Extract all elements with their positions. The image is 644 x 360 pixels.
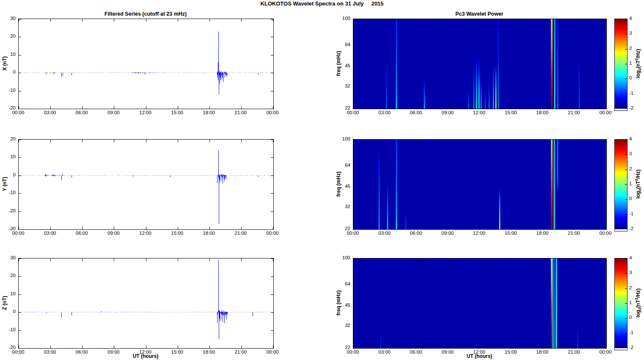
colorbar-tick-label: 1 [629, 181, 642, 187]
x-tick-label: 06:00 [69, 231, 94, 236]
x-tick-label: 03:00 [37, 110, 63, 115]
freq-tick-label: 32 [325, 204, 350, 209]
colorbar-tick-label: -2 [629, 105, 642, 111]
x-tick-label: 09:00 [435, 231, 460, 236]
x-tick-label: 00:00 [260, 231, 285, 236]
y-tick-label: 10 [0, 154, 16, 159]
x-tick-label: 12:00 [133, 349, 158, 355]
x-tick-label: 15:00 [498, 110, 523, 115]
colorbar-tick-label: 4 [629, 255, 642, 261]
spectrogram-panel-z [353, 258, 607, 349]
y-tick-label: -30 [0, 226, 16, 231]
colorbar-tick-label: 1 [629, 60, 642, 66]
colorbar-tick-label: -2 [629, 345, 642, 350]
colorbar-tick-label: 0 [629, 315, 642, 320]
x-tick-label: 03:00 [372, 349, 397, 355]
ylabel-z-nt: Z (nT) [2, 296, 8, 310]
colorbar-tick-label: -1 [629, 211, 642, 217]
x-tick-label: 15:00 [165, 349, 190, 355]
x-tick-label: 09:00 [101, 349, 126, 355]
y-tick-label: -10 [0, 327, 16, 333]
x-tick-label: 00:00 [260, 349, 285, 355]
timeseries-canvas-z [19, 258, 273, 348]
colorbar-canvas-middle [615, 140, 627, 229]
spectrogram-canvas-y [353, 140, 606, 229]
x-tick-label: 00:00 [593, 110, 618, 115]
spectrogram-panel-x [353, 19, 607, 109]
x-tick-label: 00:00 [260, 110, 285, 115]
freq-tick-label: 100 [325, 255, 350, 261]
x-tick-label: 09:00 [101, 110, 126, 115]
x-tick-label: 06:00 [69, 110, 94, 115]
colorbar-tick-label: -1 [629, 91, 642, 96]
colorbar-canvas-top [615, 19, 627, 109]
colorbar-canvas-bottom [615, 258, 627, 348]
y-tick-label: 30 [0, 255, 16, 261]
y-tick-label: 0 [0, 69, 16, 75]
y-tick-label: 0 [0, 172, 16, 178]
x-tick-label: 12:00 [467, 110, 492, 115]
x-tick-label: 18:00 [530, 349, 555, 355]
colorbar-tick-label: 4 [629, 16, 642, 21]
y-tick-label: -20 [0, 208, 16, 214]
freq-tick-label: 64 [325, 42, 350, 47]
timeseries-canvas-y [19, 140, 273, 229]
x-tick-label: 03:00 [372, 231, 397, 236]
y-tick-label: -20 [0, 345, 16, 350]
colorbar-tick-label: 2 [629, 285, 642, 291]
colorbar-top [614, 19, 627, 111]
x-tick-label: 18:00 [196, 231, 222, 236]
x-tick-label: 18:00 [196, 349, 222, 355]
colorbar-tick-label: 3 [629, 151, 642, 157]
x-tick-label: 15:00 [165, 110, 190, 115]
x-tick-label: 15:00 [165, 231, 190, 236]
x-tick-label: 06:00 [403, 231, 429, 236]
colorbar-tick-label: 2 [629, 46, 642, 51]
colorbar-tick-label: 4 [629, 136, 642, 142]
spectrogram-canvas-x [353, 19, 606, 109]
wavelet-spectra-figure: KLOKOTOS Wavelet Spectra on 31 July 2015… [0, 0, 644, 360]
y-tick-label: 20 [0, 273, 16, 278]
colorbar-tick-label: -2 [629, 226, 642, 231]
x-tick-label: 00:00 [593, 349, 618, 355]
y-tick-label: -10 [0, 88, 16, 93]
timeseries-panel-y [18, 139, 274, 230]
x-tick-label: 09:00 [435, 349, 460, 355]
y-tick-label: 10 [0, 291, 16, 297]
x-tick-label: 21:00 [228, 110, 253, 115]
x-tick-label: 03:00 [37, 349, 63, 355]
freq-tick-label: 64 [325, 281, 350, 287]
x-tick-label: 00:00 [593, 231, 618, 236]
x-tick-label: 15:00 [498, 231, 523, 236]
x-tick-label: 18:00 [530, 110, 555, 115]
freq-tick-label: 64 [325, 162, 350, 168]
x-tick-label: 21:00 [561, 231, 586, 236]
x-tick-label: 06:00 [69, 349, 94, 355]
freq-tick-label: 22 [325, 226, 350, 231]
colorbar-bottom [614, 258, 627, 350]
x-tick-label: 21:00 [561, 349, 586, 355]
timeseries-panel-z [18, 258, 274, 349]
freq-tick-label: 45 [325, 302, 350, 308]
freq-tick-label: 45 [325, 63, 350, 69]
x-tick-label: 06:00 [403, 349, 429, 355]
colorbar-tick-label: -1 [629, 330, 642, 335]
freq-tick-label: 45 [325, 184, 350, 189]
y-tick-label: 20 [0, 136, 16, 142]
freq-tick-label: 100 [325, 16, 350, 21]
spectrogram-panel-y [353, 139, 607, 230]
x-tick-label: 21:00 [228, 349, 253, 355]
freq-tick-label: 22 [325, 345, 350, 350]
freq-tick-label: 32 [325, 83, 350, 89]
right-column-title: Pc3 Wavelet Power [353, 11, 606, 17]
x-tick-label: 15:00 [498, 349, 523, 355]
x-tick-label: 03:00 [372, 110, 397, 115]
x-tick-label: 09:00 [101, 231, 126, 236]
y-tick-label: 20 [0, 33, 16, 39]
timeseries-panel-x [18, 19, 274, 109]
colorbar-tick-label: 3 [629, 270, 642, 275]
y-tick-label: 10 [0, 52, 16, 57]
y-tick-label: -10 [0, 190, 16, 195]
x-tick-label: 12:00 [467, 231, 492, 236]
x-tick-label: 21:00 [561, 110, 586, 115]
